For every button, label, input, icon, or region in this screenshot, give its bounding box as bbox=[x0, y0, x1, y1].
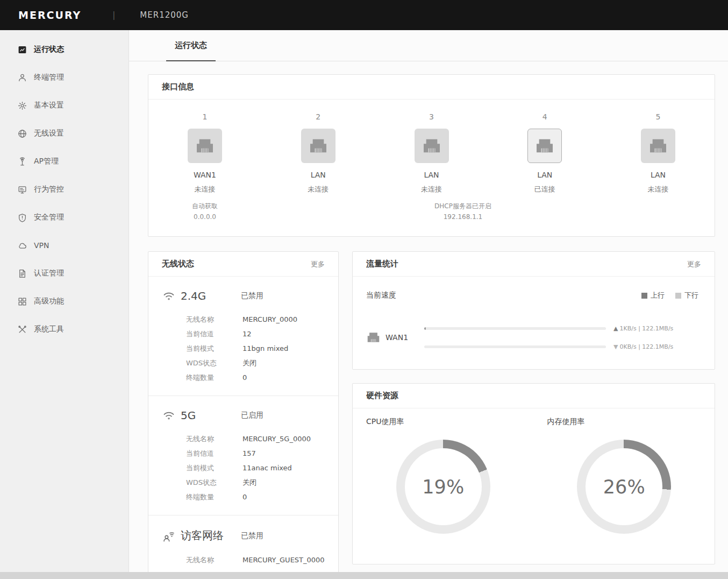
sidebar-item-label: 基本设置 bbox=[34, 101, 64, 110]
port-3: 3 LAN 未连接 bbox=[399, 112, 464, 194]
field-value: 关闭 bbox=[242, 356, 256, 370]
sidebar-item-client-management[interactable]: 终端管理 bbox=[0, 63, 129, 91]
tab-bar: 运行状态 bbox=[129, 30, 728, 61]
upload-bar-track bbox=[424, 327, 606, 330]
security-shield-icon bbox=[18, 213, 27, 222]
legend-upload-label: 上行 bbox=[651, 291, 665, 300]
tools-icon bbox=[18, 325, 27, 334]
field-label: WDS状态 bbox=[186, 475, 242, 490]
sidebar-item-label: VPN bbox=[34, 241, 49, 250]
traffic-card-title: 流量统计 bbox=[366, 259, 398, 269]
port-number: 2 bbox=[286, 112, 351, 121]
band-name: 2.4G bbox=[181, 290, 241, 302]
memory-usage-percent: 26% bbox=[603, 476, 645, 498]
tab-running-status[interactable]: 运行状态 bbox=[169, 30, 212, 61]
arrow-up-icon: ▲ bbox=[613, 325, 618, 332]
cpu-gauge-section: CPU使用率 19% bbox=[353, 417, 534, 534]
sidebar-item-vpn[interactable]: VPN bbox=[0, 231, 129, 259]
upload-swatch-icon bbox=[641, 293, 647, 299]
cpu-usage-donut-chart: 19% bbox=[396, 440, 490, 534]
port-number: 4 bbox=[512, 112, 577, 121]
port-tile bbox=[641, 129, 675, 163]
field-label: 无线名称 bbox=[186, 432, 242, 446]
legend-download: 下行 bbox=[675, 291, 698, 300]
ethernet-port-icon bbox=[422, 138, 442, 154]
sidebar-item-auth-management[interactable]: 认证管理 bbox=[0, 259, 129, 287]
wifi-icon bbox=[163, 290, 176, 302]
wan1-traffic-row: WAN1 ▲1KB/s | 122.1MB/s bbox=[366, 324, 698, 351]
wireless-more-link[interactable]: 更多 bbox=[311, 259, 325, 269]
wan-ip-address: 0.0.0.0 bbox=[173, 211, 237, 222]
band-state: 已禁用 bbox=[241, 291, 263, 301]
wireless-icon bbox=[18, 129, 27, 138]
port-name: WAN1 bbox=[173, 171, 237, 179]
field-label: 当前信道 bbox=[186, 446, 242, 461]
top-bar: MERCURY | MER1200G bbox=[0, 0, 728, 30]
sidebar-item-security-management[interactable]: 安全管理 bbox=[0, 203, 129, 231]
sidebar-item-advanced-functions[interactable]: 高级功能 bbox=[0, 287, 129, 315]
sidebar-item-system-tools[interactable]: 系统工具 bbox=[0, 315, 129, 343]
upload-bar-row: ▲1KB/s | 122.1MB/s bbox=[424, 324, 698, 333]
upload-bar-fill bbox=[424, 327, 426, 330]
memory-usage-label: 内存使用率 bbox=[534, 417, 715, 427]
sidebar-item-label: 高级功能 bbox=[34, 296, 64, 306]
traffic-stats-card: 流量统计 更多 当前速度 上行 bbox=[352, 251, 715, 370]
field-value: 11bgn mixed bbox=[242, 341, 288, 356]
sidebar-item-basic-settings[interactable]: 基本设置 bbox=[0, 91, 129, 119]
band-state: 已启用 bbox=[241, 411, 263, 420]
download-swatch-icon bbox=[675, 293, 681, 299]
port-status: 未连接 bbox=[399, 185, 464, 194]
legend-upload: 上行 bbox=[641, 291, 665, 300]
port-5: 5 LAN 未连接 bbox=[626, 112, 690, 194]
wireless-section-24g: 2.4G 已禁用 无线名称MERCURY_0000 当前信道12 当前模式11b… bbox=[148, 277, 338, 396]
field-value: 关闭 bbox=[242, 475, 256, 490]
port-tile bbox=[527, 129, 562, 163]
sidebar-item-behavior-control[interactable]: 行为管控 bbox=[0, 175, 129, 203]
vpn-cloud-icon bbox=[18, 241, 27, 250]
hardware-card-title: 硬件资源 bbox=[366, 391, 398, 401]
ethernet-port-icon bbox=[534, 138, 555, 154]
port-number: 1 bbox=[173, 112, 237, 121]
field-value: MERCURY_0000 bbox=[242, 312, 297, 327]
band-name: 5G bbox=[181, 409, 241, 422]
download-bar-row: ▼0KB/s | 122.1MB/s bbox=[424, 342, 698, 351]
field-value: 0 bbox=[242, 370, 247, 385]
port-status: 未连接 bbox=[286, 185, 351, 194]
port-card-title: 接口信息 bbox=[162, 82, 194, 92]
traffic-legend: 上行 下行 bbox=[641, 291, 698, 300]
download-bar-track bbox=[424, 345, 606, 348]
field-label: WDS状态 bbox=[186, 356, 242, 370]
ports-row: 1 WAN1 未连接 2 LAN 未连接 bbox=[148, 100, 715, 199]
traffic-more-link[interactable]: 更多 bbox=[687, 259, 701, 269]
sidebar-item-running-status[interactable]: 运行状态 bbox=[0, 36, 129, 63]
wireless-card-title: 无线状态 bbox=[162, 259, 194, 269]
sidebar-item-label: 运行状态 bbox=[34, 45, 64, 54]
auth-document-icon bbox=[18, 269, 27, 278]
field-value: MERCURY_5G_0000 bbox=[242, 432, 311, 446]
wan-ip-mode: 自动获取 bbox=[173, 201, 237, 211]
sidebar-item-label: AP管理 bbox=[34, 157, 59, 166]
sidebar-item-wireless-settings[interactable]: 无线设置 bbox=[0, 119, 129, 147]
sidebar-item-label: 无线设置 bbox=[34, 129, 64, 138]
current-speed-label: 当前速度 bbox=[366, 291, 396, 300]
field-label: 终端数量 bbox=[186, 370, 242, 385]
ethernet-port-icon bbox=[366, 331, 381, 343]
sidebar-item-label: 系统工具 bbox=[34, 324, 64, 334]
field-label: 终端数量 bbox=[186, 490, 242, 504]
field-value: 12 bbox=[242, 327, 252, 341]
ethernet-port-icon bbox=[195, 138, 215, 154]
sidebar-item-label: 终端管理 bbox=[34, 73, 64, 82]
sidebar-item-label: 安全管理 bbox=[34, 213, 64, 222]
port-2: 2 LAN 未连接 bbox=[286, 112, 351, 194]
field-value: 11anac mixed bbox=[242, 461, 292, 475]
dhcp-info: DHCP服务器已开启 192.168.1.1 bbox=[434, 201, 491, 223]
wireless-status-card: 无线状态 更多 2.4G 已禁用 无线名称MERCURY_0000 当前信道12… bbox=[148, 251, 339, 578]
guest-wifi-icon bbox=[163, 530, 176, 542]
port-tile bbox=[301, 129, 336, 163]
upload-speed-text: ▲1KB/s | 122.1MB/s bbox=[613, 325, 698, 332]
port-1: 1 WAN1 未连接 bbox=[173, 112, 237, 194]
memory-gauge-section: 内存使用率 26% bbox=[534, 417, 715, 534]
download-speed-text: ▼0KB/s | 122.1MB/s bbox=[613, 343, 698, 350]
sidebar-item-ap-management[interactable]: AP管理 bbox=[0, 147, 129, 175]
lan-ip-address: 192.168.1.1 bbox=[434, 211, 491, 222]
